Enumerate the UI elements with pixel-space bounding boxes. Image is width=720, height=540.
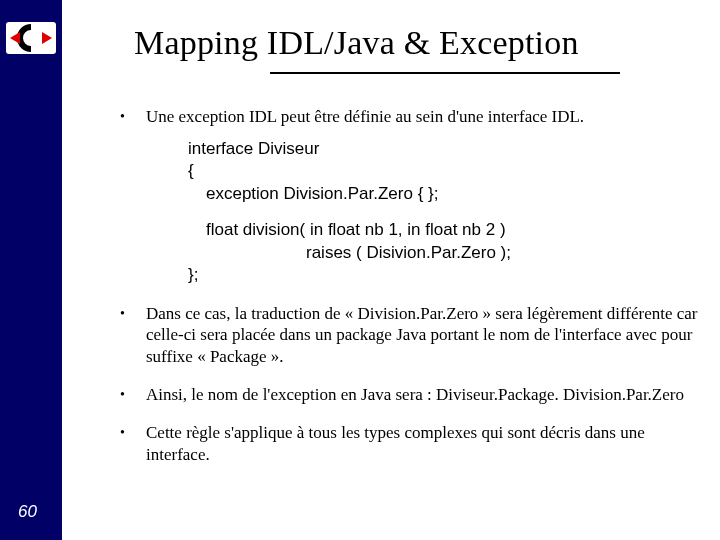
bullet-dot: •	[120, 422, 146, 466]
page-title: Mapping IDL/Java & Exception	[62, 0, 720, 66]
bullet-text: Ainsi, le nom de l'exception en Java ser…	[146, 384, 700, 406]
logo-icon	[8, 24, 54, 52]
code-line: float division( in float nb 1, in float …	[188, 219, 700, 241]
bullet-dot: •	[120, 303, 146, 368]
bullet-text: Dans ce cas, la traduction de « Division…	[146, 303, 700, 368]
bullet-item: • Une exception IDL peut être définie au…	[120, 106, 700, 128]
page-number: 60	[18, 502, 37, 522]
bullet-dot: •	[120, 106, 146, 128]
title-underline	[270, 72, 620, 74]
bullet-item: • Ainsi, le nom de l'exception en Java s…	[120, 384, 700, 406]
code-line: exception Division.Par.Zero { };	[188, 183, 700, 205]
code-line: raises ( Disivion.Par.Zero );	[188, 242, 700, 264]
slide: 60 Mapping IDL/Java & Exception • Une ex…	[0, 0, 720, 540]
logo	[6, 22, 56, 54]
bullet-text: Cette règle s'applique à tous les types …	[146, 422, 700, 466]
sidebar: 60	[0, 0, 62, 540]
code-block: interface Diviseur { exception Division.…	[188, 138, 700, 287]
body: • Une exception IDL peut être définie au…	[120, 106, 700, 475]
code-line: };	[188, 264, 700, 286]
svg-marker-1	[42, 32, 52, 44]
code-line: {	[188, 160, 700, 182]
bullet-item: • Dans ce cas, la traduction de « Divisi…	[120, 303, 700, 368]
svg-marker-0	[10, 32, 20, 44]
bullet-dot: •	[120, 384, 146, 406]
content-area: Mapping IDL/Java & Exception • Une excep…	[62, 0, 720, 540]
bullet-text: Une exception IDL peut être définie au s…	[146, 106, 700, 128]
bullet-item: • Cette règle s'applique à tous les type…	[120, 422, 700, 466]
code-line: interface Diviseur	[188, 138, 700, 160]
